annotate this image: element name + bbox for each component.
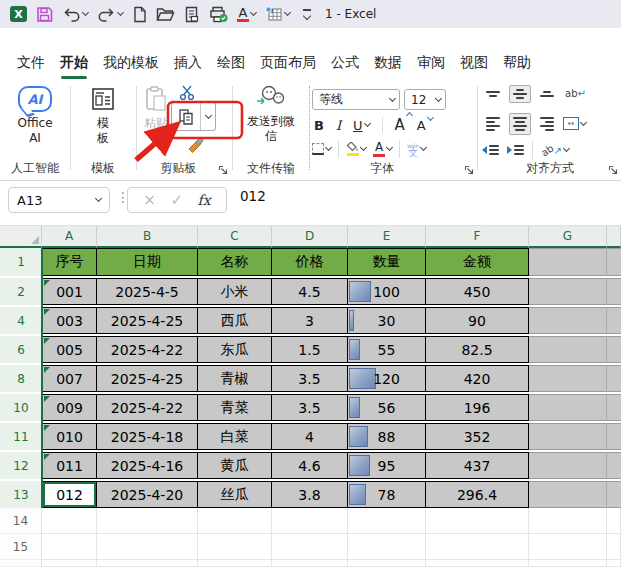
row-header-4[interactable]: 4	[0, 307, 42, 334]
cell-D6[interactable]: 1.5	[272, 336, 348, 363]
new-workbook-button[interactable]	[132, 4, 147, 24]
row-header-2[interactable]: 2	[0, 278, 42, 305]
cancel-button[interactable]: ×	[143, 191, 156, 209]
align-left-button[interactable]	[482, 113, 504, 135]
cell-F2[interactable]: 450	[426, 278, 529, 305]
cell-D15[interactable]	[272, 534, 348, 560]
redo-button[interactable]	[97, 4, 123, 24]
column-header-D[interactable]: D	[272, 226, 348, 248]
cell-E4[interactable]: 30	[348, 307, 426, 334]
cell-G11[interactable]	[529, 423, 607, 450]
orientation-dropdown-icon[interactable]	[563, 145, 570, 152]
cell-C10[interactable]: 青菜	[198, 394, 272, 421]
cell-B15[interactable]	[97, 534, 198, 560]
redo-dropdown-icon[interactable]	[117, 9, 124, 16]
cell-B10[interactable]: 2025-4-22	[97, 394, 198, 421]
cell-F14[interactable]	[426, 508, 529, 534]
borders-dropdown-icon[interactable]	[325, 144, 332, 151]
cell-C4[interactable]: 西瓜	[198, 307, 272, 334]
cell-E15[interactable]	[348, 534, 426, 560]
formula-input[interactable]: 012	[240, 188, 266, 204]
open-file-button[interactable]	[156, 4, 175, 24]
row-header-13[interactable]: 13	[0, 481, 42, 508]
decrease-indent-button[interactable]	[482, 145, 499, 155]
cell-D8[interactable]: 3.5	[272, 365, 348, 392]
cut-button[interactable]	[178, 84, 196, 101]
shrink-font-button[interactable]: A	[417, 118, 426, 133]
table-format-dropdown-icon[interactable]	[284, 9, 291, 16]
merge-dropdown-icon[interactable]	[580, 119, 587, 126]
cell-B14[interactable]	[97, 508, 198, 534]
header-cell-C1[interactable]: 名称	[198, 248, 272, 276]
cell-A12[interactable]: 011	[42, 452, 97, 479]
cell-C8[interactable]: 青椒	[198, 365, 272, 392]
row-header-15[interactable]: 15	[0, 534, 42, 560]
cell-C12[interactable]: 黄瓜	[198, 452, 272, 479]
align-right-button[interactable]	[536, 113, 558, 135]
fill-color-dropdown-icon[interactable]	[360, 144, 367, 151]
grow-font-button[interactable]: A	[395, 116, 405, 134]
increase-indent-button[interactable]	[507, 145, 524, 155]
copy-dropdown-button[interactable]	[200, 103, 215, 130]
header-cell-A1[interactable]: 序号	[42, 248, 97, 276]
column-header-E[interactable]: E	[348, 226, 426, 248]
bold-button[interactable]: B	[314, 118, 324, 133]
header-cell-F1[interactable]: 金额	[426, 248, 529, 276]
qat-more-button[interactable]	[303, 9, 311, 18]
orientation-button[interactable]: ab↗	[541, 145, 569, 156]
column-header-C[interactable]: C	[198, 226, 272, 248]
cell-D2[interactable]: 4.5	[272, 278, 348, 305]
row-header-12[interactable]: 12	[0, 452, 42, 479]
cell-A2[interactable]: 001	[42, 278, 97, 305]
underline-button[interactable]: U	[353, 118, 370, 133]
cell-C6[interactable]: 东瓜	[198, 336, 272, 363]
print-preview-button[interactable]	[184, 4, 199, 24]
cell-F10[interactable]: 196	[426, 394, 529, 421]
font-size-select[interactable]: 12	[404, 89, 446, 110]
header-cell-B1[interactable]: 日期	[97, 248, 198, 276]
cell-font-color-dropdown-icon[interactable]	[386, 144, 393, 151]
cell-B4[interactable]: 2025-4-25	[97, 307, 198, 334]
copy-button[interactable]	[172, 108, 200, 126]
header-cell-D1[interactable]: 价格	[272, 248, 348, 276]
wrap-text-button[interactable]: ab↵	[565, 88, 586, 99]
font-color-button[interactable]: A	[237, 4, 256, 24]
tab-4[interactable]: 绘图	[217, 54, 245, 72]
tab-5[interactable]: 页面布局	[260, 54, 316, 72]
cell-F12[interactable]: 437	[426, 452, 529, 479]
clipboard-dialog-launcher[interactable]	[217, 164, 229, 176]
cell-C14[interactable]	[198, 508, 272, 534]
copy-split-button[interactable]	[171, 102, 216, 131]
cell-E12[interactable]: 95	[348, 452, 426, 479]
cell-A8[interactable]: 007	[42, 365, 97, 392]
cell-C15[interactable]	[198, 534, 272, 560]
phonetic-dropdown-icon[interactable]	[420, 144, 427, 151]
fill-color-button[interactable]	[346, 142, 366, 156]
cell-D13[interactable]: 3.8	[272, 481, 348, 508]
column-header-A[interactable]: A	[42, 226, 97, 248]
column-header-G[interactable]: G	[529, 226, 607, 248]
table-format-button[interactable]	[265, 4, 290, 24]
active-cell-A13[interactable]: 012	[42, 481, 97, 508]
font-color-dropdown-icon[interactable]	[250, 9, 257, 16]
cell-A10[interactable]: 009	[42, 394, 97, 421]
cell-E14[interactable]	[348, 508, 426, 534]
tab-7[interactable]: 数据	[374, 54, 402, 72]
italic-button[interactable]: I	[336, 118, 341, 133]
row-header-10[interactable]: 10	[0, 394, 42, 421]
tab-2[interactable]: 我的模板	[103, 54, 159, 72]
enter-button[interactable]: ✓	[170, 191, 183, 209]
cell-E13[interactable]: 78	[348, 481, 426, 508]
cell-B12[interactable]: 2025-4-16	[97, 452, 198, 479]
cell-E10[interactable]: 56	[348, 394, 426, 421]
cell-E2[interactable]: 100	[348, 278, 426, 305]
tab-9[interactable]: 视图	[460, 54, 488, 72]
align-dialog-launcher[interactable]	[607, 164, 619, 176]
tab-6[interactable]: 公式	[331, 54, 359, 72]
column-header-H-sliver[interactable]	[607, 226, 621, 248]
insert-function-button[interactable]: fx	[198, 192, 211, 208]
cell-H14[interactable]	[607, 508, 621, 534]
undo-dropdown-icon[interactable]	[82, 9, 89, 16]
office-ai-button[interactable]: AI Office AI	[2, 86, 68, 146]
phonetic-button[interactable]: wén文	[407, 142, 426, 156]
